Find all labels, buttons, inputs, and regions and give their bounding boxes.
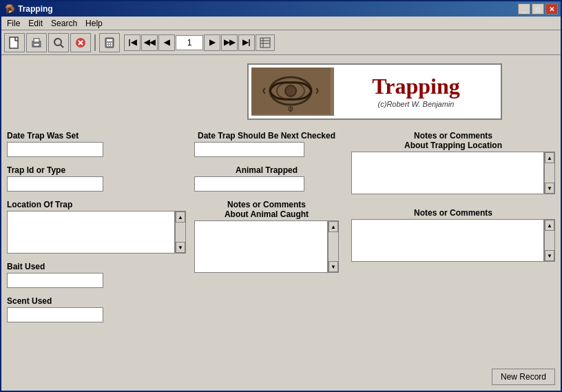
- location-textarea[interactable]: [7, 211, 175, 254]
- scent-used-group: Scent Used: [7, 296, 186, 322]
- page-input[interactable]: [176, 35, 203, 50]
- svg-rect-2: [34, 39, 39, 42]
- notes-animal-scroll-up[interactable]: ▲: [329, 221, 338, 232]
- new-record-button[interactable]: New Record: [492, 369, 555, 385]
- close-button[interactable]: ✕: [545, 3, 558, 14]
- animal-trapped-input[interactable]: [194, 176, 304, 192]
- new-button[interactable]: [4, 33, 25, 52]
- logo-text-area: Trapping (c)Robert W. Benjamin: [334, 72, 498, 111]
- notes-comments-scroll-up[interactable]: ▲: [545, 220, 554, 231]
- location-scroll-up[interactable]: ▲: [176, 212, 185, 223]
- svg-rect-3: [34, 43, 39, 46]
- location-scroll-track: [176, 223, 185, 242]
- svg-rect-14: [107, 45, 108, 46]
- scent-used-label: Scent Used: [7, 296, 186, 306]
- title-bar-buttons: _ □ ✕: [518, 3, 558, 14]
- bait-used-input[interactable]: [7, 273, 103, 288]
- location-scrollbar[interactable]: ▲ ▼: [175, 211, 186, 254]
- notes-comments-textarea[interactable]: [351, 219, 544, 262]
- maximize-button[interactable]: □: [532, 3, 544, 14]
- notes-animal-group: Notes or CommentsAbout Animal Caught ▲ ▼: [194, 200, 339, 273]
- mid-column: Date Trap Should Be Next Checked Animal …: [194, 131, 339, 281]
- nav-last-button[interactable]: ▶|: [238, 34, 255, 51]
- notes-animal-textarea[interactable]: [194, 220, 328, 273]
- notes-animal-wrapper: ▲ ▼: [194, 220, 339, 273]
- nav-prev-button[interactable]: ◀: [158, 34, 175, 51]
- nav-first-button[interactable]: |◀: [124, 34, 140, 51]
- date-next-check-label: Date Trap Should Be Next Checked: [194, 131, 339, 141]
- title-bar: 🪤 Trapping _ □ ✕: [1, 1, 561, 17]
- notes-location-scrollbar[interactable]: ▲ ▼: [544, 152, 555, 194]
- trap-id-label: Trap Id or Type: [7, 165, 186, 175]
- toolbar-separator: [94, 34, 96, 51]
- notes-location-textarea[interactable]: [351, 152, 544, 194]
- svg-rect-12: [109, 43, 110, 44]
- svg-rect-15: [109, 45, 110, 46]
- nav-export-button[interactable]: [256, 34, 275, 51]
- app-icon: 🪤: [4, 3, 15, 14]
- delete-button[interactable]: [70, 33, 91, 52]
- location-group: Location Of Trap ▲ ▼: [7, 200, 186, 254]
- search-button[interactable]: [48, 33, 69, 52]
- logo-image: [251, 68, 334, 116]
- nav-controls: |◀ ◀◀ ◀ ▶ ▶▶ ▶|: [124, 34, 275, 51]
- window-title: Trapping: [18, 4, 518, 14]
- svg-rect-13: [111, 43, 112, 44]
- notes-location-scroll-track: [545, 163, 554, 183]
- notes-animal-label: Notes or CommentsAbout Animal Caught: [194, 200, 339, 219]
- trap-id-group: Trap Id or Type: [7, 165, 186, 192]
- svg-rect-16: [111, 45, 112, 46]
- location-scroll-down[interactable]: ▼: [176, 242, 185, 253]
- date-trap-set-label: Date Trap Was Set: [7, 131, 186, 141]
- right-column: Notes or CommentsAbout Trapping Location…: [351, 131, 555, 270]
- menu-help[interactable]: Help: [81, 17, 107, 30]
- menu-bar: File Edit Search Help: [1, 17, 561, 30]
- nav-prev-prev-button[interactable]: ◀◀: [141, 34, 158, 51]
- notes-comments-scroll-track: [545, 231, 554, 250]
- date-next-check-input[interactable]: [194, 142, 304, 157]
- form-area: Date Trap Was Set Trap Id or Type Locati…: [7, 131, 555, 385]
- nav-next-button[interactable]: ▶: [204, 34, 220, 51]
- animal-trapped-label: Animal Trapped: [194, 165, 339, 175]
- left-column: Date Trap Was Set Trap Id or Type Locati…: [7, 131, 186, 331]
- scent-used-input[interactable]: [7, 307, 103, 322]
- notes-comments-scroll-down[interactable]: ▼: [545, 250, 554, 261]
- print-button[interactable]: [26, 33, 47, 52]
- date-trap-set-input[interactable]: [7, 142, 103, 157]
- notes-location-scroll-up[interactable]: ▲: [545, 152, 554, 163]
- logo-header: Trapping (c)Robert W. Benjamin: [194, 61, 555, 123]
- bait-used-label: Bait Used: [7, 262, 186, 271]
- menu-edit[interactable]: Edit: [24, 17, 47, 30]
- svg-line-5: [61, 45, 63, 48]
- minimize-button[interactable]: _: [518, 3, 530, 14]
- date-trap-set-group: Date Trap Was Set: [7, 131, 186, 157]
- menu-search[interactable]: Search: [47, 17, 81, 30]
- main-window: 🪤 Trapping _ □ ✕ File Edit Search Help: [0, 0, 562, 392]
- notes-comments-group: Notes or Comments ▲ ▼: [351, 208, 555, 262]
- notes-animal-scrollbar[interactable]: ▲ ▼: [328, 220, 339, 273]
- svg-rect-10: [107, 39, 112, 41]
- date-next-check-group: Date Trap Should Be Next Checked: [194, 131, 339, 157]
- logo-copyright: (c)Robert W. Benjamin: [378, 100, 455, 108]
- svg-point-4: [54, 39, 61, 45]
- notes-animal-scroll-down[interactable]: ▼: [329, 261, 338, 272]
- logo-title: Trapping: [372, 75, 459, 97]
- content-area: Trapping (c)Robert W. Benjamin Date Trap…: [1, 55, 561, 391]
- notes-animal-scroll-track: [329, 232, 338, 261]
- calculator-button[interactable]: [99, 33, 120, 52]
- notes-location-group: Notes or CommentsAbout Trapping Location…: [351, 131, 555, 194]
- trap-id-input[interactable]: [7, 176, 103, 192]
- svg-rect-11: [107, 43, 108, 44]
- logo-box: Trapping (c)Robert W. Benjamin: [247, 63, 502, 120]
- notes-location-label: Notes or CommentsAbout Trapping Location: [351, 131, 555, 150]
- menu-file[interactable]: File: [3, 17, 24, 30]
- svg-rect-17: [260, 38, 270, 48]
- notes-location-wrapper: ▲ ▼: [351, 152, 555, 194]
- location-label: Location Of Trap: [7, 200, 186, 209]
- notes-comments-scrollbar[interactable]: ▲ ▼: [544, 219, 555, 262]
- notes-comments-label: Notes or Comments: [351, 208, 555, 218]
- nav-next-next-button[interactable]: ▶▶: [221, 34, 238, 51]
- bait-used-group: Bait Used: [7, 262, 186, 288]
- notes-location-scroll-down[interactable]: ▼: [545, 183, 554, 194]
- animal-trapped-group: Animal Trapped: [194, 165, 339, 192]
